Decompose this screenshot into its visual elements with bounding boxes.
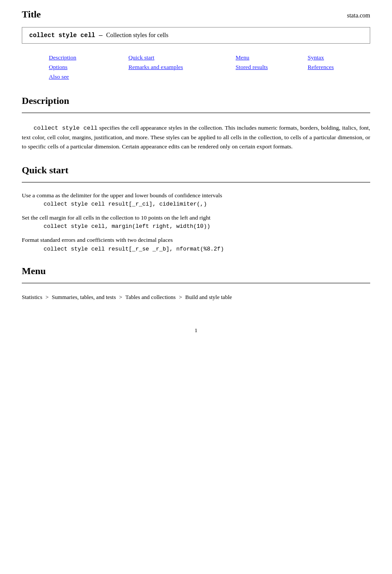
title-box-separator: — [95,32,106,39]
menu-sep-2: > [119,294,124,300]
nav-row-2: Options Remarks and examples Stored resu… [23,63,369,72]
menu-path: Statistics > Summaries, tables, and test… [22,294,370,301]
nav-remarks[interactable]: Remarks and examples [128,63,235,72]
page-title: Title [22,9,41,20]
menu-sep-1: > [45,294,50,300]
nav-syntax[interactable]: Syntax [308,53,369,62]
qs-item-3: Format standard errors and coefficients … [22,236,370,252]
page: Title stata.com collect style cell — Col… [0,0,392,574]
description-code: collect style cell [34,125,98,131]
page-header: Title stata.com [22,9,370,20]
description-divider [22,113,370,113]
nav-row-3: Also see [23,72,369,81]
nav-menu[interactable]: Menu [235,53,307,62]
qs-code-2: collect style cell, margin(left right, w… [44,223,370,230]
description-heading: Description [22,95,370,107]
page-number: 1 [22,327,370,334]
nav-quickstart[interactable]: Quick start [128,53,235,62]
qs-code-3: collect style cell result[_r_se _r_b], n… [44,246,370,252]
menu-path-statistics: Statistics [22,294,42,300]
quickstart-section: Quick start Use a comma as the delimiter… [22,165,370,252]
menu-sep-3: > [179,294,184,300]
menu-heading: Menu [22,265,370,277]
title-box: collect style cell — Collection styles f… [22,27,370,44]
nav-also-see[interactable]: Also see [23,72,127,81]
nav-stored-results[interactable]: Stored results [235,63,307,72]
nav-options[interactable]: Options [23,63,127,72]
qs-text-1: Use a comma as the delimiter for the upp… [22,192,222,199]
qs-item-2: Set the cell margin for all cells in the… [22,213,370,230]
title-box-description: Collection styles for cells [106,32,168,38]
quickstart-divider [22,182,370,182]
nav-section: Description Quick start Menu Syntax Opti… [22,52,370,82]
nav-table: Description Quick start Menu Syntax Opti… [22,52,370,82]
nav-description[interactable]: Description [23,53,127,62]
menu-section: Menu Statistics > Summaries, tables, and… [22,265,370,301]
nav-row-1: Description Quick start Menu Syntax [23,53,369,62]
site-label: stata.com [347,12,370,19]
menu-path-build: Build and style table [185,294,232,300]
title-box-command: collect style cell [29,32,95,39]
qs-code-1: collect style cell result[_r_ci], cideli… [44,201,370,207]
qs-text-3: Format standard errors and coefficients … [22,237,173,243]
menu-divider [22,283,370,283]
quickstart-heading: Quick start [22,165,370,176]
menu-path-summaries: Summaries, tables, and tests [52,294,116,300]
description-section: Description collect style cell specifies… [22,95,370,151]
qs-item-1: Use a comma as the delimiter for the upp… [22,191,370,207]
description-paragraph: collect style cell specifies the cell ap… [22,124,370,151]
menu-path-tables-collections: Tables and collections [126,294,176,300]
nav-references[interactable]: References [308,63,369,72]
qs-text-2: Set the cell margin for all cells in the… [22,214,211,221]
